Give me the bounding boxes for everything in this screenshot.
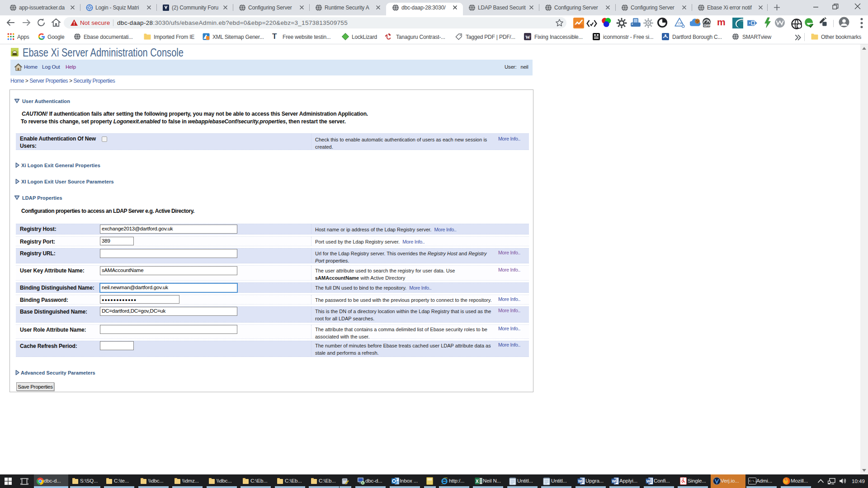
svg-text:W: W: [646, 479, 651, 483]
svg-text:W: W: [612, 479, 616, 483]
svg-text:OK: OK: [678, 21, 683, 25]
svg-text:W: W: [578, 479, 582, 483]
svg-text:X: X: [476, 479, 479, 484]
svg-text:W: W: [525, 34, 530, 40]
svg-text:OFF: OFF: [704, 23, 711, 28]
svg-text:C:\.: C:\.: [749, 480, 756, 483]
